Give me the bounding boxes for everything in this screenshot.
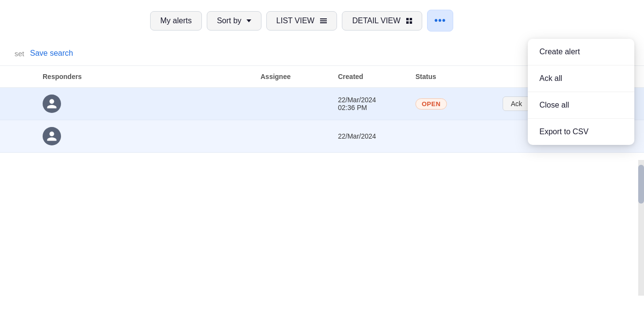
scrollbar-thumb[interactable] <box>638 165 644 204</box>
sort-by-button[interactable]: Sort by <box>207 11 261 31</box>
dropdown-item-create-alert[interactable]: Create alert <box>528 39 634 65</box>
list-view-icon <box>320 18 327 23</box>
detail-view-icon <box>406 18 412 24</box>
scrollbar[interactable] <box>638 160 644 296</box>
col-header-status: Status <box>412 71 499 82</box>
save-search-link[interactable]: Save search <box>30 49 73 58</box>
ack-button[interactable]: Ack <box>503 96 530 111</box>
dropdown-item-ack-all[interactable]: Ack all <box>528 65 634 92</box>
row1-responders <box>39 93 257 115</box>
toolbar: My alerts Sort by LIST VIEW DETAIL VIEW … <box>0 0 644 41</box>
chevron-down-icon <box>246 19 251 22</box>
row2-created: 22/Mar/2024 <box>334 130 412 142</box>
avatar <box>43 127 61 145</box>
row2-checkbox[interactable] <box>10 134 39 138</box>
col-header-responders: Responders <box>39 71 257 82</box>
sort-by-label: Sort by <box>217 16 242 25</box>
row1-assignee <box>257 102 334 106</box>
reset-text: set <box>15 49 24 58</box>
row1-created: 22/Mar/202402:36 PM <box>334 94 412 113</box>
col-header-created: Created <box>334 71 412 82</box>
row1-checkbox[interactable] <box>10 102 39 106</box>
row2-status <box>412 134 499 138</box>
row1-status: OPEN <box>412 96 499 111</box>
list-view-button[interactable]: LIST VIEW <box>266 11 337 31</box>
list-view-label: LIST VIEW <box>276 16 315 25</box>
row2-assignee <box>257 134 334 138</box>
person-icon <box>46 130 58 142</box>
more-options-button[interactable]: ••• <box>427 10 453 32</box>
my-alerts-button[interactable]: My alerts <box>150 11 202 31</box>
status-badge: OPEN <box>415 98 447 110</box>
dropdown-item-export-csv[interactable]: Export to CSV <box>528 119 634 145</box>
detail-view-label: DETAIL VIEW <box>352 16 400 25</box>
ellipsis-icon: ••• <box>434 15 446 26</box>
dropdown-menu: Create alert Ack all Close all Export to… <box>528 39 634 145</box>
dropdown-item-close-all[interactable]: Close all <box>528 92 634 119</box>
row2-responders <box>39 125 257 147</box>
detail-view-button[interactable]: DETAIL VIEW <box>342 11 422 31</box>
person-icon <box>46 98 58 110</box>
col-header-assignee: Assignee <box>257 71 334 82</box>
avatar <box>43 95 61 113</box>
col-header-checkbox <box>10 71 39 82</box>
